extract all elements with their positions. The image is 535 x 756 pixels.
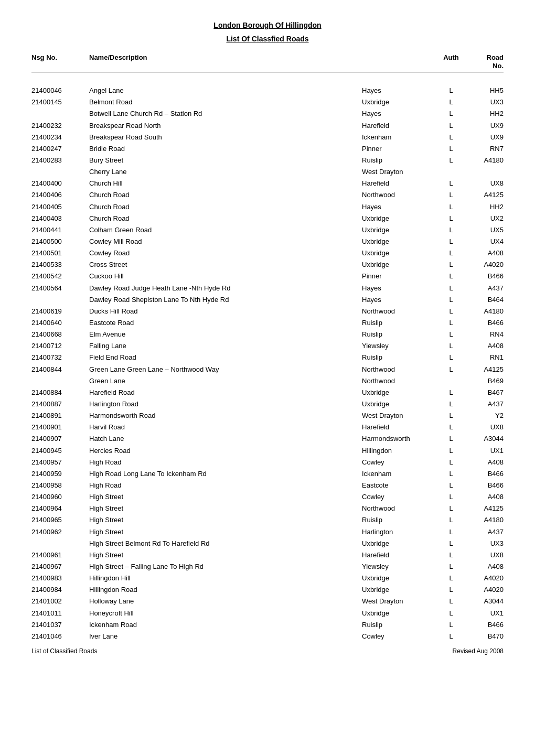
cell-nsg: 21400405 [31, 202, 89, 212]
cell-location: West Drayton [362, 596, 435, 607]
cell-location: Uxbridge [362, 225, 435, 235]
cell-nsg: 21400901 [31, 422, 89, 433]
cell-road: A4020 [467, 260, 504, 270]
cell-name: Honeycroft Hill [89, 608, 362, 619]
table-row: 21400732Field End RoadRuislipLRN1 [31, 352, 504, 363]
cell-name: High Street – Falling Lane To High Rd [89, 561, 362, 572]
cell-nsg: 21400403 [31, 213, 89, 224]
cell-nsg: 21400959 [31, 469, 89, 479]
cell-nsg: 21400961 [31, 550, 89, 560]
cell-auth: L [435, 352, 467, 363]
cell-road: UX2 [467, 213, 504, 224]
cell-auth: L [435, 248, 467, 258]
cell-road [467, 167, 504, 177]
cell-location: Harmondsworth [362, 434, 435, 444]
cell-nsg: 21400406 [31, 190, 89, 200]
cell-road: UX9 [467, 132, 504, 143]
cell-auth: L [435, 434, 467, 444]
cell-location: Yiewsley [362, 561, 435, 572]
cell-road: B470 [467, 631, 504, 642]
cell-location: Ruislip [362, 620, 435, 630]
cell-road: HH2 [467, 109, 504, 119]
cell-road: A408 [467, 561, 504, 572]
cell-road: Y2 [467, 411, 504, 421]
cell-auth: L [435, 260, 467, 270]
cell-nsg: 21400046 [31, 85, 89, 96]
cell-location: Harefield [362, 422, 435, 433]
cell-name: High Street [89, 550, 362, 560]
col-name: Name/Description [89, 53, 362, 70]
cell-auth: L [435, 608, 467, 619]
cell-auth: L [435, 596, 467, 607]
cell-auth: L [435, 144, 467, 154]
cell-auth: L [435, 492, 467, 502]
cell-auth: L [435, 109, 467, 119]
cell-location: Uxbridge [362, 538, 435, 549]
cell-location: Northwood [362, 376, 435, 386]
cell-location: Ruislip [362, 329, 435, 340]
cell-nsg: 21400844 [31, 364, 89, 375]
cell-auth: L [435, 457, 467, 468]
page-footer: List of Classified Roads Revised Aug 200… [31, 647, 504, 655]
cell-road: A3044 [467, 596, 504, 607]
table-row: 21400564Dawley Road Judge Heath Lane -Nt… [31, 283, 504, 294]
table-row: 21400247Bridle RoadPinnerLRN7 [31, 143, 504, 155]
table-row: 21400400Church HillHarefieldLUX8 [31, 178, 504, 189]
cell-location: West Drayton [362, 167, 435, 177]
cell-nsg: 21401002 [31, 596, 89, 607]
table-row: 21400619Ducks Hill RoadNorthwoodLA4180 [31, 306, 504, 317]
table-row: 21400960High StreetCowleyLA408 [31, 491, 504, 503]
cell-road: A408 [467, 492, 504, 502]
cell-name: Bury Street [89, 155, 362, 166]
cell-name: High Road [89, 457, 362, 468]
cell-location: Cowley [362, 457, 435, 468]
cell-road: A437 [467, 527, 504, 537]
col-auth: Auth [435, 53, 467, 70]
cell-location: Uxbridge [362, 213, 435, 224]
cell-road: A4020 [467, 585, 504, 595]
cell-nsg: 21400668 [31, 329, 89, 340]
cell-name: Cuckoo Hill [89, 271, 362, 282]
cell-name: Cherry Lane [89, 167, 362, 177]
cell-name: Cowley Road [89, 248, 362, 258]
cell-location: Cowley [362, 492, 435, 502]
cell-name: Holloway Lane [89, 596, 362, 607]
cell-auth: L [435, 132, 467, 143]
cell-nsg: 21400732 [31, 352, 89, 363]
cell-road: A408 [467, 341, 504, 351]
cell-nsg: 21401046 [31, 631, 89, 642]
table-row: 21400232Breakspear Road NorthHarefieldLU… [31, 120, 504, 132]
cell-auth: L [435, 190, 467, 200]
cell-auth [435, 376, 467, 386]
cell-nsg: 21400400 [31, 178, 89, 189]
cell-location: Pinner [362, 144, 435, 154]
page-title: London Borough Of Hillingdon [31, 21, 504, 29]
cell-location: Hayes [362, 202, 435, 212]
cell-road: UX1 [467, 446, 504, 456]
cell-auth: L [435, 283, 467, 294]
cell-road: UX5 [467, 225, 504, 235]
cell-nsg: 21401011 [31, 608, 89, 619]
cell-location: Ickenham [362, 132, 435, 143]
table-row: 21400145Belmont RoadUxbridgeLUX3 [31, 96, 504, 108]
table-row: 21400957High RoadCowleyLA408 [31, 457, 504, 468]
cell-nsg: 21400962 [31, 527, 89, 537]
cell-nsg: 21400887 [31, 399, 89, 409]
cell-nsg: 21400441 [31, 225, 89, 235]
page-subtitle: List Of Classfied Roads [31, 35, 504, 43]
cell-name: Eastcote Road [89, 318, 362, 328]
cell-name: Bridle Road [89, 144, 362, 154]
table-row: 21400844Green Lane Green Lane – Northwoo… [31, 364, 504, 375]
cell-name: Falling Lane [89, 341, 362, 351]
cell-name: Harefield Road [89, 387, 362, 398]
cell-name: High Street [89, 503, 362, 514]
table-row: 21400891Harmondsworth RoadWest DraytonLY… [31, 410, 504, 422]
cell-auth: L [435, 480, 467, 491]
cell-nsg: 21400145 [31, 97, 89, 107]
cell-location: Uxbridge [362, 97, 435, 107]
cell-auth: L [435, 527, 467, 537]
table-row: 21401002Holloway LaneWest DraytonLA3044 [31, 596, 504, 607]
cell-name: Dawley Road Shepiston Lane To Nth Hyde R… [89, 295, 362, 305]
cell-nsg [31, 109, 89, 119]
cell-auth: L [435, 306, 467, 317]
